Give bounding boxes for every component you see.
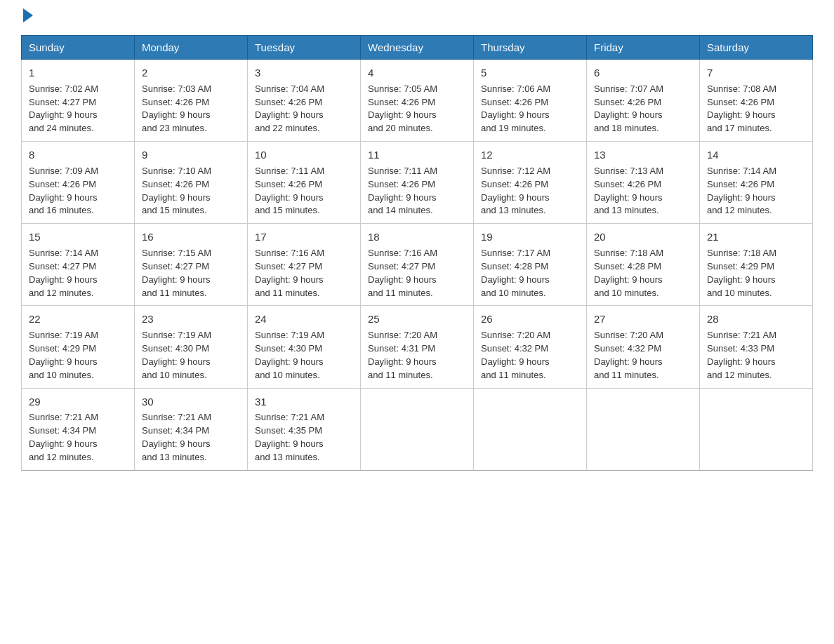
day-info-line: Sunrise: 7:19 AM [142, 329, 240, 342]
day-info-line: Sunset: 4:26 PM [368, 178, 466, 192]
day-info-line: Daylight: 9 hours [255, 192, 353, 205]
day-info-line: Sunset: 4:28 PM [481, 260, 579, 274]
day-info-line: Daylight: 9 hours [594, 356, 692, 369]
calendar-cell: 29Sunrise: 7:21 AMSunset: 4:34 PMDayligh… [22, 388, 135, 470]
day-number: 7 [707, 65, 805, 81]
day-info-line: Daylight: 9 hours [29, 274, 127, 287]
day-info-line: Sunrise: 7:21 AM [255, 411, 353, 424]
day-info-line: Daylight: 9 hours [368, 109, 466, 122]
day-info-line: Sunrise: 7:13 AM [594, 165, 692, 178]
calendar-cell: 10Sunrise: 7:11 AMSunset: 4:26 PMDayligh… [248, 142, 361, 224]
day-info-line: Sunrise: 7:21 AM [707, 329, 805, 342]
calendar-cell: 6Sunrise: 7:07 AMSunset: 4:26 PMDaylight… [587, 60, 700, 142]
day-number: 5 [481, 65, 579, 81]
day-info-line: Sunset: 4:26 PM [255, 178, 353, 192]
day-info-line: Sunset: 4:29 PM [707, 260, 805, 274]
day-info-line: Sunset: 4:26 PM [142, 96, 240, 109]
day-number: 12 [481, 147, 579, 163]
day-number: 3 [255, 65, 353, 81]
day-info-line: Sunrise: 7:03 AM [142, 83, 240, 96]
day-info-line: Daylight: 9 hours [594, 274, 692, 287]
day-number: 10 [255, 147, 353, 163]
day-info-line: Sunset: 4:26 PM [368, 96, 466, 109]
calendar-header: SundayMondayTuesdayWednesdayThursdayFrid… [22, 36, 813, 60]
day-info-line: Daylight: 9 hours [481, 274, 579, 287]
day-info-line: Sunset: 4:26 PM [594, 96, 692, 109]
day-info-line: Daylight: 9 hours [368, 192, 466, 205]
day-info-line: and 22 minutes. [255, 122, 353, 135]
day-number: 29 [29, 394, 127, 410]
day-info-line: Daylight: 9 hours [368, 356, 466, 369]
day-info-line: and 14 minutes. [368, 204, 466, 217]
day-number: 22 [29, 311, 127, 327]
calendar-cell: 24Sunrise: 7:19 AMSunset: 4:30 PMDayligh… [248, 306, 361, 388]
calendar-cell: 11Sunrise: 7:11 AMSunset: 4:26 PMDayligh… [361, 142, 474, 224]
day-info-line: Daylight: 9 hours [481, 109, 579, 122]
calendar-cell: 9Sunrise: 7:10 AMSunset: 4:26 PMDaylight… [135, 142, 248, 224]
day-number: 31 [255, 394, 353, 410]
day-info-line: Daylight: 9 hours [707, 356, 805, 369]
day-info-line: Sunrise: 7:17 AM [481, 247, 579, 260]
day-info-line: and 13 minutes. [594, 204, 692, 217]
day-info-line: Sunrise: 7:11 AM [255, 165, 353, 178]
day-info-line: and 13 minutes. [142, 451, 240, 464]
calendar-cell: 26Sunrise: 7:20 AMSunset: 4:32 PMDayligh… [474, 306, 587, 388]
calendar-cell: 12Sunrise: 7:12 AMSunset: 4:26 PMDayligh… [474, 142, 587, 224]
day-info-line: Daylight: 9 hours [707, 274, 805, 287]
calendar-cell: 18Sunrise: 7:16 AMSunset: 4:27 PMDayligh… [361, 224, 474, 306]
calendar-week-3: 15Sunrise: 7:14 AMSunset: 4:27 PMDayligh… [22, 224, 813, 306]
day-info-line: Sunrise: 7:18 AM [707, 247, 805, 260]
calendar-body: 1Sunrise: 7:02 AMSunset: 4:27 PMDaylight… [22, 60, 813, 471]
calendar-cell: 31Sunrise: 7:21 AMSunset: 4:35 PMDayligh… [248, 388, 361, 470]
day-number: 21 [707, 229, 805, 245]
day-info-line: and 10 minutes. [594, 287, 692, 300]
calendar-cell: 15Sunrise: 7:14 AMSunset: 4:27 PMDayligh… [22, 224, 135, 306]
day-info-line: Sunset: 4:31 PM [368, 342, 466, 356]
day-info-line: Daylight: 9 hours [142, 192, 240, 205]
calendar-cell: 2Sunrise: 7:03 AMSunset: 4:26 PMDaylight… [135, 60, 248, 142]
day-number: 20 [594, 229, 692, 245]
day-info-line: and 20 minutes. [368, 122, 466, 135]
day-number: 2 [142, 65, 240, 81]
calendar-cell [361, 388, 474, 470]
day-info-line: Sunrise: 7:18 AM [594, 247, 692, 260]
day-info-line: Sunset: 4:26 PM [481, 178, 579, 192]
day-info-line: Sunrise: 7:09 AM [29, 165, 127, 178]
day-info-line: and 11 minutes. [368, 287, 466, 300]
day-info-line: and 15 minutes. [255, 204, 353, 217]
col-header-saturday: Saturday [700, 36, 813, 60]
day-info-line: Sunrise: 7:14 AM [29, 247, 127, 260]
day-info-line: Daylight: 9 hours [255, 109, 353, 122]
day-info-line: Sunset: 4:27 PM [142, 260, 240, 274]
day-info-line: and 11 minutes. [481, 369, 579, 382]
day-info-line: and 23 minutes. [142, 122, 240, 135]
day-info-line: Sunset: 4:32 PM [594, 342, 692, 356]
day-number: 19 [481, 229, 579, 245]
day-info-line: Daylight: 9 hours [368, 274, 466, 287]
day-info-line: Daylight: 9 hours [707, 109, 805, 122]
day-info-line: and 12 minutes. [707, 204, 805, 217]
day-info-line: Sunrise: 7:15 AM [142, 247, 240, 260]
calendar-cell: 30Sunrise: 7:21 AMSunset: 4:34 PMDayligh… [135, 388, 248, 470]
col-header-friday: Friday [587, 36, 700, 60]
calendar-cell: 17Sunrise: 7:16 AMSunset: 4:27 PMDayligh… [248, 224, 361, 306]
calendar-cell: 13Sunrise: 7:13 AMSunset: 4:26 PMDayligh… [587, 142, 700, 224]
day-number: 18 [368, 229, 466, 245]
day-info-line: Sunset: 4:27 PM [255, 260, 353, 274]
day-info-line: Daylight: 9 hours [707, 192, 805, 205]
day-number: 30 [142, 394, 240, 410]
day-info-line: Daylight: 9 hours [594, 109, 692, 122]
calendar-cell: 21Sunrise: 7:18 AMSunset: 4:29 PMDayligh… [700, 224, 813, 306]
day-info-line: Sunrise: 7:19 AM [255, 329, 353, 342]
day-info-line: and 10 minutes. [481, 287, 579, 300]
day-info-line: and 24 minutes. [29, 122, 127, 135]
calendar-cell: 20Sunrise: 7:18 AMSunset: 4:28 PMDayligh… [587, 224, 700, 306]
day-info-line: Daylight: 9 hours [481, 192, 579, 205]
day-info-line: and 12 minutes. [29, 287, 127, 300]
calendar-cell: 19Sunrise: 7:17 AMSunset: 4:28 PMDayligh… [474, 224, 587, 306]
day-info-line: and 10 minutes. [707, 287, 805, 300]
day-number: 11 [368, 147, 466, 163]
day-info-line: Daylight: 9 hours [142, 438, 240, 451]
day-info-line: Sunset: 4:29 PM [29, 342, 127, 356]
calendar-cell [587, 388, 700, 470]
